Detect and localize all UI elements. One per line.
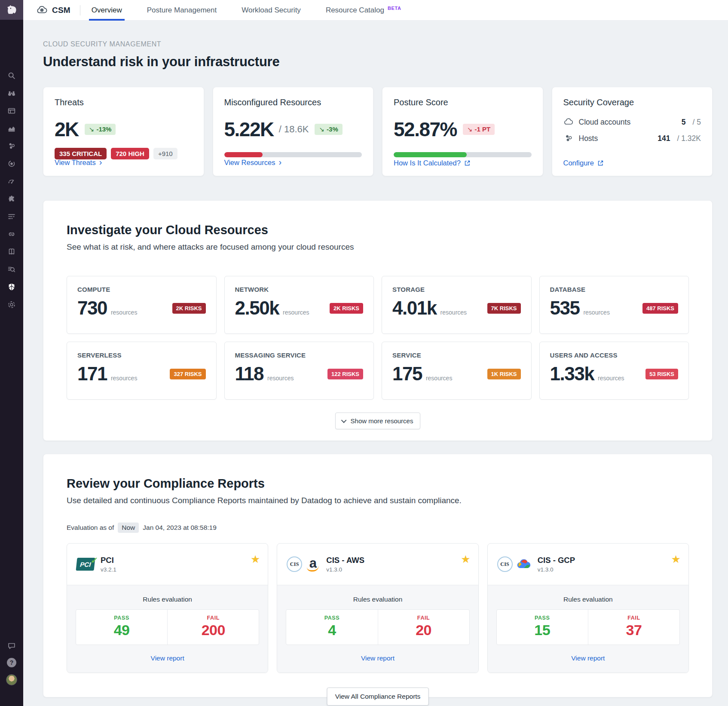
tile-unit: resources [267,375,294,382]
pci-logo-text: PCI [80,561,92,568]
tile-unit: resources [440,309,467,316]
trend-value: -1 PT [475,125,491,133]
resource-tile-storage[interactable]: STORAGE 4.01k resources 7K RISKS [382,276,532,334]
datadog-logo[interactable] [0,0,23,20]
hosts-hexagons-icon [563,133,574,144]
tile-label: SERVICE [392,351,521,359]
resource-tile-serverless[interactable]: SERVERLESS 171 resources 327 RISKS [67,342,217,400]
rules-evaluation-label: Rules evaluation [496,596,680,603]
page-title: Understand risk in your infrastructure [43,54,713,70]
coverage-label: Cloud accounts [579,118,631,127]
security-shield-icon[interactable] [6,282,17,292]
trend-badge: -13% [85,124,116,135]
help-icon[interactable] [7,658,16,667]
chevron-right-icon [99,158,102,167]
aws-logo-text: a [309,556,317,572]
view-threats-link[interactable]: View Threats [55,158,102,167]
posture-progress [394,152,532,157]
aws-logo: a [306,556,320,572]
favorite-star-icon[interactable] [251,554,260,565]
view-report-link[interactable]: View report [361,654,395,662]
watchdog-binoculars-icon[interactable] [6,88,17,98]
framework-version: v1.3.0 [326,566,364,573]
tab-overview[interactable]: Overview [92,0,122,21]
tab-label: Workload Security [242,6,301,15]
view-all-compliance-reports-button[interactable]: View All Compliance Reports [327,688,429,706]
investigate-section: Investigate your Cloud Resources See wha… [43,200,713,441]
threats-count: 2K [55,118,79,141]
show-more-resources-button[interactable]: Show more resources [335,413,421,429]
severity-badges: 335 CRITICAL 720 HIGH +910 [55,148,193,159]
resource-tile-database[interactable]: DATABASE 535 resources 487 RISKS [539,276,689,334]
tile-label: USERS AND ACCESS [550,351,679,359]
section-title: Investigate your Cloud Resources [67,223,689,237]
resource-tile-network[interactable]: NETWORK 2.50k resources 2K RISKS [224,276,374,334]
favorite-star-icon[interactable] [671,554,681,565]
chevron-right-icon [278,158,281,167]
notebooks-icon[interactable] [6,247,17,257]
resource-tiles-grid: COMPUTE 730 resources 2K RISKS NETWORK 2… [67,276,689,400]
tile-unit: resources [598,375,624,382]
network-globe-icon[interactable] [6,300,17,310]
security-coverage-card: Security Coverage Cloud accounts 5 / 5 [552,87,713,176]
section-subtitle: Use detailed and continuous Compliance R… [67,496,689,505]
pci-logo: PCI [76,558,95,571]
favorite-star-icon[interactable] [461,554,470,565]
tile-count: 535 [550,297,580,319]
framework-version: v3.2.1 [101,566,116,573]
top-nav: CSM Overview Posture Management Workload… [23,0,728,21]
coverage-rows: Cloud accounts 5 / 5 Hosts 141 / 1.32K [563,117,701,144]
support-chat-icon[interactable] [6,641,17,651]
infrastructure-hexagons-icon[interactable] [6,141,17,151]
apm-target-icon[interactable] [6,159,17,169]
fail-count: 200 [168,622,259,639]
card-title: Threats [55,98,193,107]
external-link-icon [597,160,604,166]
compliance-cards-row: PCI PCI v3.2.1 Rules evaluation P [67,543,689,673]
misconfigured-resources-card: Misconfigured Resources 5.22K / 18.6K -3… [213,87,374,176]
trend-down-icon [319,125,327,133]
view-report-link[interactable]: View report [571,654,605,662]
coverage-total: / 1.32K [677,134,701,143]
view-resources-link[interactable]: View Resources [224,158,282,167]
resource-tile-compute[interactable]: COMPUTE 730 resources 2K RISKS [67,276,217,334]
risk-badge: 53 RISKS [645,369,678,379]
tab-posture-management[interactable]: Posture Management [147,0,217,21]
sidebar-nav [6,70,17,310]
trend-value: -13% [96,125,111,133]
resource-tile-users-and-access[interactable]: USERS AND ACCESS 1.33k resources 53 RISK… [539,342,689,400]
dashboards-icon[interactable] [6,106,17,116]
log-pipelines-icon[interactable] [6,211,17,222]
how-calculated-link[interactable]: How Is It Calculated? [394,159,471,167]
progress-bar-fill [224,152,263,157]
tile-label: SERVERLESS [77,351,206,359]
compliance-card-cis-aws: CIS a CIS - AWS v1.3.0 Rules evaluation [277,543,478,673]
audit-trail-icon[interactable] [6,264,17,275]
integrations-puzzle-icon[interactable] [6,194,17,204]
coverage-value: 5 [682,118,686,127]
resource-tile-messaging-service[interactable]: MESSAGING SERVICE 118 resources 122 RISK… [224,342,374,400]
trend-down-icon [467,125,475,133]
search-icon[interactable] [6,70,17,81]
tab-resource-catalog[interactable]: Resource CatalogBETA [326,0,401,21]
user-avatar[interactable] [6,674,17,685]
section-subtitle: See what is at risk, and where attacks a… [67,242,689,252]
section-eyebrow: CLOUD SECURITY MANAGEMENT [43,40,713,48]
coverage-total: / 5 [693,118,701,127]
trend-value: -3% [327,125,338,133]
metrics-icon[interactable] [6,123,17,134]
risk-badge: 7K RISKS [487,303,521,314]
trend-down-icon [89,125,97,133]
page-content: CLOUD SECURITY MANAGEMENT Understand ris… [23,21,728,697]
more-badge: +910 [153,148,177,159]
chevron-down-icon [341,418,346,423]
resource-tile-service[interactable]: SERVICE 175 resources 1K RISKS [382,342,532,400]
configure-link[interactable]: Configure [563,159,604,167]
ci-link-icon[interactable] [6,229,17,239]
pass-label: PASS [286,615,377,621]
tile-unit: resources [283,309,309,316]
tab-workload-security[interactable]: Workload Security [242,0,301,21]
view-report-link[interactable]: View report [151,654,184,662]
cis-logo: CIS [287,556,302,572]
gauge-icon[interactable] [6,176,17,186]
